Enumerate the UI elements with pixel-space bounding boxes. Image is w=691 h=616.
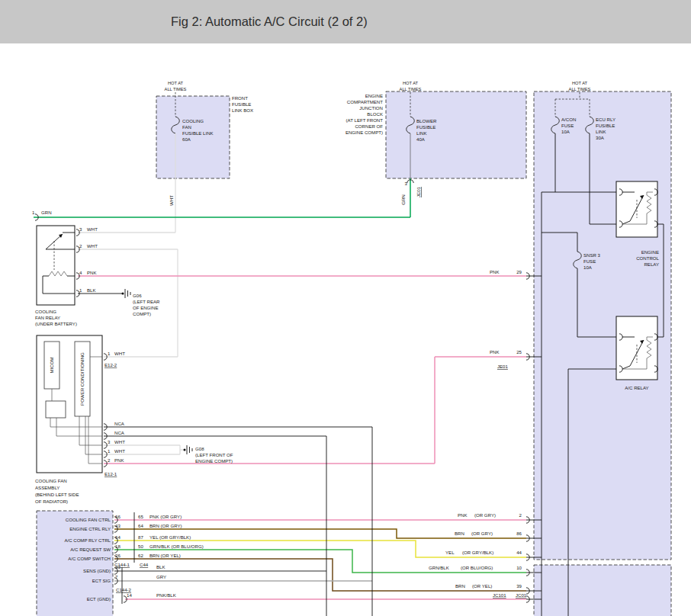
svg-text:BRN: BRN (455, 531, 464, 536)
cooling-fan-assembly-label: COOLING FAN (35, 478, 67, 483)
svg-text:GRN/BLK (OR BLU/ORG): GRN/BLK (OR BLU/ORG) (149, 544, 204, 549)
ecu-fl-label: ECU RLY (596, 117, 615, 122)
acon-fuse-label: A/CON (561, 117, 576, 122)
front-box-label: FRONT (232, 95, 248, 101)
svg-text:FUSIBLE: FUSIBLE (232, 101, 251, 107)
grn-wire-tag: GRN (400, 194, 406, 205)
svg-text:(UNDER BATTERY): (UNDER BATTERY) (35, 321, 77, 326)
row-cooling-fan-ctrl: COOLING FAN CTRL (66, 517, 111, 522)
fuse-symbols (172, 117, 594, 268)
svg-text:30A: 30A (596, 135, 605, 140)
svg-text:FUSIBLE: FUSIBLE (416, 124, 435, 130)
pnk-tag-29: PNK (490, 269, 500, 274)
pin-39: 39 (516, 583, 522, 589)
svg-text:GRN/BLK: GRN/BLK (429, 565, 449, 570)
asm-pin-nca1: NCA (114, 421, 125, 426)
svg-text:87: 87 (138, 534, 143, 540)
svg-text:PNK (OR GRY): PNK (OR GRY) (149, 514, 182, 519)
asm-pin-nca2: NCA (114, 430, 125, 435)
pin-29: 29 (516, 269, 522, 274)
hot-label-1b: ALL TIMES (165, 87, 187, 91)
svg-text:WHT: WHT (114, 351, 125, 356)
svg-text:PNK: PNK (114, 457, 124, 463)
row-ac-request-sw: A/C REQUEST SW (70, 547, 111, 552)
row-ac-comp-switch: A/C COMP SWITCH (68, 556, 111, 561)
svg-text:WHT: WHT (114, 448, 125, 454)
svg-text:40A: 40A (416, 136, 426, 142)
g06-label: G06 (133, 293, 142, 298)
row-ac-comp-rly-ctrl: A/C COMP RLY CTRL (64, 537, 111, 543)
pin-44: 44 (516, 550, 522, 555)
cooling-fan-relay-box (37, 226, 75, 305)
svg-text:64: 64 (138, 523, 143, 528)
g08-ground-icon (184, 445, 193, 454)
asm-pin-2: 2 (108, 457, 111, 463)
svg-text:65: 65 (138, 514, 143, 519)
snsr3-fuse-label: SNSR 3 (583, 252, 601, 258)
relay-pin-4: 4 (79, 270, 82, 275)
svg-text:18: 18 (115, 544, 121, 549)
svg-text:ASSEMBLY: ASSEMBLY (35, 485, 59, 490)
cooling-fl-label: COOLING (182, 118, 204, 124)
svg-text:(OR GRY): (OR GRY) (474, 512, 496, 518)
wiring-diagram-page: HOT AT ALL TIMES HOT AT ALL TIMES HOT AT… (0, 0, 691, 616)
asm-pin-1: 1 (108, 351, 111, 356)
right-bottom-box (534, 565, 671, 616)
pin-25: 25 (516, 349, 522, 355)
svg-text:64: 64 (115, 534, 121, 540)
blower-fl-label: BLOWER (416, 118, 437, 124)
hot-label-2: HOT AT (403, 81, 419, 85)
asm-pin-3: 3 (108, 439, 111, 444)
svg-text:CONTROL: CONTROL (636, 255, 659, 261)
pnk-wires (78, 276, 526, 599)
svg-text:BRN (OR GRY): BRN (OR GRY) (149, 523, 182, 528)
svg-text:50: 50 (138, 544, 143, 549)
svg-text:WHT: WHT (87, 226, 98, 232)
engine-compartment-junction-block-box (386, 91, 526, 178)
svg-text:BRN: BRN (455, 583, 465, 589)
svg-text:GRY: GRY (156, 574, 166, 579)
g08-label: G08 (195, 446, 204, 451)
svg-text:ENGINE COMPT): ENGINE COMPT) (346, 130, 383, 135)
svg-text:FAN: FAN (182, 124, 191, 130)
svg-text:RELAY: RELAY (644, 261, 659, 267)
junction-block-label: ENGINE (365, 93, 383, 98)
svg-text:BLK: BLK (156, 564, 166, 569)
svg-text:CORNER OF: CORNER OF (355, 124, 383, 129)
row-sens-gnd: SENS (GND) (83, 568, 111, 573)
svg-text:10A: 10A (583, 265, 593, 270)
svg-text:33: 33 (115, 564, 121, 569)
svg-text:BRN (OR YEL): BRN (OR YEL) (149, 553, 181, 558)
cooling-fan-relay-label: COOLING (35, 309, 56, 314)
pin-10: 10 (516, 565, 522, 570)
svg-text:(AT LEFT FRONT: (AT LEFT FRONT (346, 117, 384, 123)
svg-text:FUSIBLE: FUSIBLE (596, 123, 615, 128)
svg-text:FUSIBLE LINK: FUSIBLE LINK (182, 130, 214, 136)
svg-text:(BEHIND LEFT SIDE: (BEHIND LEFT SIDE (35, 492, 79, 497)
diagram-canvas: HOT AT ALL TIMES HOT AT ALL TIMES HOT AT… (0, 0, 691, 616)
svg-text:7: 7 (115, 574, 118, 579)
svg-text:(LEFT FRONT OF: (LEFT FRONT OF (195, 452, 233, 457)
svg-text:66: 66 (115, 514, 121, 519)
pin-86: 86 (516, 531, 522, 536)
pnk-tag-25: PNK (490, 349, 500, 355)
svg-text:OF RADIATOR): OF RADIATOR) (35, 499, 68, 504)
svg-text:YEL (OR GRY/BLK): YEL (OR GRY/BLK) (149, 534, 191, 540)
left-pin-1: 1 (32, 210, 35, 215)
svg-text:BLOCK: BLOCK (367, 111, 383, 117)
row-ect-gnd: ECT (GND) (87, 596, 111, 602)
svg-text:10A: 10A (561, 129, 570, 134)
svg-text:BLK: BLK (87, 287, 96, 293)
svg-text:FUSE: FUSE (583, 258, 596, 264)
wht-wire-tag: WHT (169, 195, 174, 206)
e12-2-connector-label: E12-2 (104, 362, 117, 367)
svg-text:(LEFT REAR: (LEFT REAR (133, 299, 160, 304)
hot-label-1: HOT AT (168, 81, 184, 85)
svg-text:62: 62 (138, 553, 143, 558)
left-pin-grn: GRN (41, 210, 52, 215)
svg-text:WHT: WHT (114, 439, 125, 444)
relay-pin-1: 1 (79, 287, 82, 293)
svg-text:LINK BOX: LINK BOX (232, 107, 253, 113)
svg-text:WHT: WHT (87, 243, 98, 249)
svg-text:PNK: PNK (458, 512, 468, 518)
